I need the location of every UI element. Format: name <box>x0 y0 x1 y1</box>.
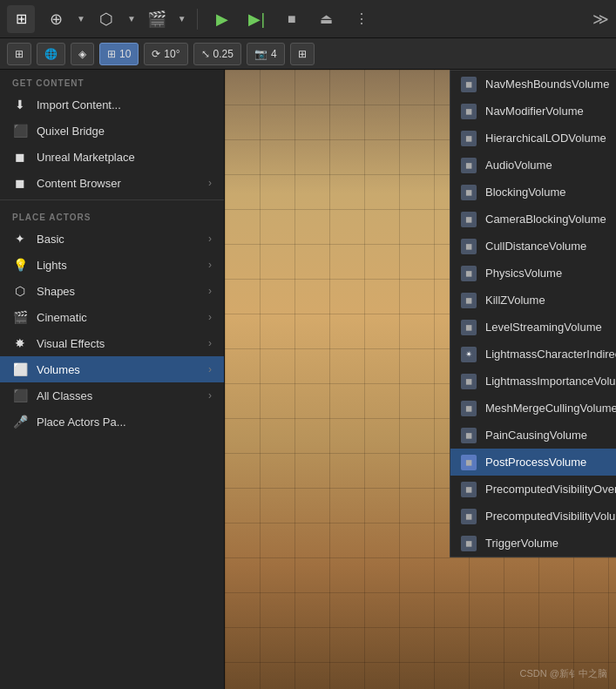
blocking-volume-label: BlockingVolume <box>485 186 616 199</box>
menu-item-volumes[interactable]: ⬜ Volumes › <box>0 356 224 382</box>
rotation-snap-button[interactable]: ⟳ 10° <box>144 43 187 65</box>
submenu-nav-modifier[interactable]: ◼ NavModifierVolume ⋮⋮ <box>450 98 616 125</box>
submenu-blocking-volume[interactable]: ◼ BlockingVolume ⋮⋮ <box>450 179 616 206</box>
submenu-mesh-merge[interactable]: ◼ MeshMergeCullingVolume ⋮⋮ <box>450 395 616 422</box>
menu-item-cinematic[interactable]: 🎬 Cinematic › <box>0 304 224 330</box>
import-label: Import Content... <box>37 98 212 111</box>
more-toolbar-button[interactable]: ⋮ <box>348 7 376 31</box>
submenu-audio-volume[interactable]: ◼ AudioVolume ⋮⋮ <box>450 152 616 179</box>
level-streaming-label: LevelStreamingVolume <box>485 321 616 334</box>
submenu-killz-volume[interactable]: ◼ KillZVolume ⋮⋮ <box>450 287 616 314</box>
submenu-level-streaming[interactable]: ◼ LevelStreamingVolume ⋮⋮ <box>450 314 616 341</box>
quixel-label: Quixel Bridge <box>37 125 212 138</box>
cinematics-icon: 🎬 <box>147 10 166 29</box>
vfx-arrow: › <box>208 337 212 349</box>
maximize-icon: ⊞ <box>298 48 307 60</box>
precomputed-override-icon: ◼ <box>461 482 477 497</box>
menu-item-visual-effects[interactable]: ✸ Visual Effects › <box>0 330 224 356</box>
blueprint-button[interactable]: ⬡ <box>92 7 120 31</box>
perspective-button[interactable]: 🌐 <box>37 43 65 65</box>
content-browser-arrow: › <box>208 177 212 189</box>
submenu-precomputed-visibility[interactable]: ◼ PrecomputedVisibilityVolume ⋮⋮ <box>450 503 616 530</box>
basic-label: Basic <box>37 233 200 246</box>
all-classes-label: All Classes <box>37 389 200 402</box>
viewport-options-button[interactable]: ⊞ <box>7 43 31 65</box>
physics-volume-icon: ◼ <box>461 266 477 281</box>
scale-snap-button[interactable]: ⤡ 0.25 <box>193 43 241 65</box>
submenu-hierarchical-lod[interactable]: ◼ HierarchicalLODVolume ⋮⋮ <box>450 125 616 152</box>
submenu-post-process[interactable]: ◼ PostProcessVolume ⋮⋮ <box>450 449 616 476</box>
menu-item-content-browser[interactable]: ◼ Content Browser › <box>0 170 224 196</box>
vfx-icon: ✸ <box>12 335 28 351</box>
camera-speed-value: 4 <box>271 48 277 60</box>
menu-item-basic[interactable]: ✦ Basic › <box>0 226 224 252</box>
hierarchical-lod-icon: ◼ <box>461 131 477 146</box>
killz-volume-label: KillZVolume <box>485 294 616 307</box>
submenu-camera-blocking[interactable]: ◼ CameraBlockingVolume ⋮⋮ <box>450 206 616 233</box>
submenu-lightmass-importance[interactable]: ◼ LightmassImportanceVolume ⋮⋮ <box>450 368 616 395</box>
shapes-icon: ⬡ <box>12 283 28 299</box>
dropdown-arrow-bp[interactable]: ▼ <box>127 14 136 24</box>
cinematic-icon: 🎬 <box>12 309 28 325</box>
blueprint-icon: ⬡ <box>99 10 113 29</box>
viewport-toolbar: ⊞ 🌐 ◈ ⊞ 10 ⟳ 10° ⤡ 0.25 📷 4 ⊞ <box>0 38 616 70</box>
menu-item-marketplace[interactable]: ◼ Unreal Marketplace <box>0 144 224 170</box>
audio-volume-label: AudioVolume <box>485 159 616 172</box>
rotation-value: 10° <box>164 48 179 60</box>
submenu-navmesh-bounds[interactable]: ◼ NavMeshBoundsVolume ⋮⋮ <box>450 71 616 98</box>
hierarchical-lod-label: HierarchicalLODVolume <box>485 132 616 145</box>
camera-speed-button[interactable]: 📷 4 <box>247 43 285 65</box>
menu-item-place-actors-panel[interactable]: 🎤 Place Actors Pa... <box>0 409 224 435</box>
lit-icon: ◈ <box>78 48 86 60</box>
main-content: GET CONTENT ⬇ Import Content... ⬛ Quixel… <box>0 70 616 689</box>
lit-button[interactable]: ◈ <box>71 43 94 65</box>
menu-divider-1 <box>0 199 224 200</box>
physics-volume-label: PhysicsVolume <box>485 267 616 280</box>
navmesh-bounds-icon: ◼ <box>461 77 477 92</box>
new-button[interactable]: ⊕ <box>42 7 70 31</box>
show-grid-button[interactable]: ⊞ 10 <box>99 43 139 65</box>
eject-button[interactable]: ⏏ <box>313 7 341 31</box>
basic-icon: ✦ <box>12 231 28 247</box>
scale-icon: ⤡ <box>201 48 210 60</box>
menu-item-all-classes[interactable]: ⬛ All Classes › <box>0 382 224 409</box>
submenu-physics-volume[interactable]: ◼ PhysicsVolume ⋮⋮ <box>450 260 616 287</box>
step-button[interactable]: ▶| <box>243 7 271 31</box>
dropdown-arrow-new[interactable]: ▼ <box>77 14 85 24</box>
marketplace-label: Unreal Marketplace <box>37 151 212 164</box>
cinematic-arrow: › <box>208 311 212 323</box>
submenu-lightmass-char[interactable]: ✴ LightmassCharacterIndirectDetailVolume… <box>450 341 616 368</box>
lights-label: Lights <box>37 259 200 272</box>
cinematics-button[interactable]: 🎬 <box>143 7 171 31</box>
volumes-submenu: ◼ NavMeshBoundsVolume ⋮⋮ ◼ NavModifierVo… <box>450 70 616 557</box>
submenu-cull-distance[interactable]: ◼ CullDistanceVolume ⋮⋮ <box>450 233 616 260</box>
volumes-icon: ⬜ <box>12 361 28 377</box>
toolbar-expand-button[interactable]: ≫ <box>592 10 609 29</box>
shapes-label: Shapes <box>37 285 200 298</box>
menu-item-shapes[interactable]: ⬡ Shapes › <box>0 278 224 304</box>
camera-icon: 📷 <box>254 48 267 60</box>
scale-value: 0.25 <box>213 48 234 60</box>
submenu-trigger-volume[interactable]: ◼ TriggerVolume ⋮⋮ <box>450 530 616 557</box>
viewport[interactable]: ◼ NavMeshBoundsVolume ⋮⋮ ◼ NavModifierVo… <box>225 70 616 689</box>
mesh-merge-icon: ◼ <box>461 401 477 416</box>
dropdown-arrow-cin[interactable]: ▼ <box>178 14 186 24</box>
maximize-button[interactable]: ⊞ <box>290 43 315 65</box>
all-classes-icon: ⬛ <box>12 388 28 403</box>
lightmass-char-icon: ✴ <box>461 347 477 362</box>
navmesh-bounds-label: NavMeshBoundsVolume <box>485 78 616 91</box>
menu-item-import-content[interactable]: ⬇ Import Content... <box>0 91 224 118</box>
eject-icon: ⏏ <box>320 10 333 27</box>
camera-blocking-label: CameraBlockingVolume <box>485 213 616 226</box>
content-browser-icon: ◼ <box>12 175 28 191</box>
perspective-icon: 🌐 <box>44 48 58 60</box>
precomputed-override-label: PrecomputedVisibilityOverrideVolume <box>485 483 616 496</box>
stop-button[interactable]: ■ <box>278 7 306 31</box>
menu-item-lights[interactable]: 💡 Lights › <box>0 252 224 278</box>
menu-item-quixel[interactable]: ⬛ Quixel Bridge <box>0 118 224 144</box>
submenu-pain-causing[interactable]: ◼ PainCausingVolume ⋮⋮ <box>450 422 616 449</box>
play-button[interactable]: ▶ <box>208 7 236 31</box>
logo-button[interactable]: ⊞ <box>7 5 35 33</box>
killz-volume-icon: ◼ <box>461 293 477 308</box>
submenu-precomputed-override[interactable]: ◼ PrecomputedVisibilityOverrideVolume ⋮⋮ <box>450 476 616 503</box>
